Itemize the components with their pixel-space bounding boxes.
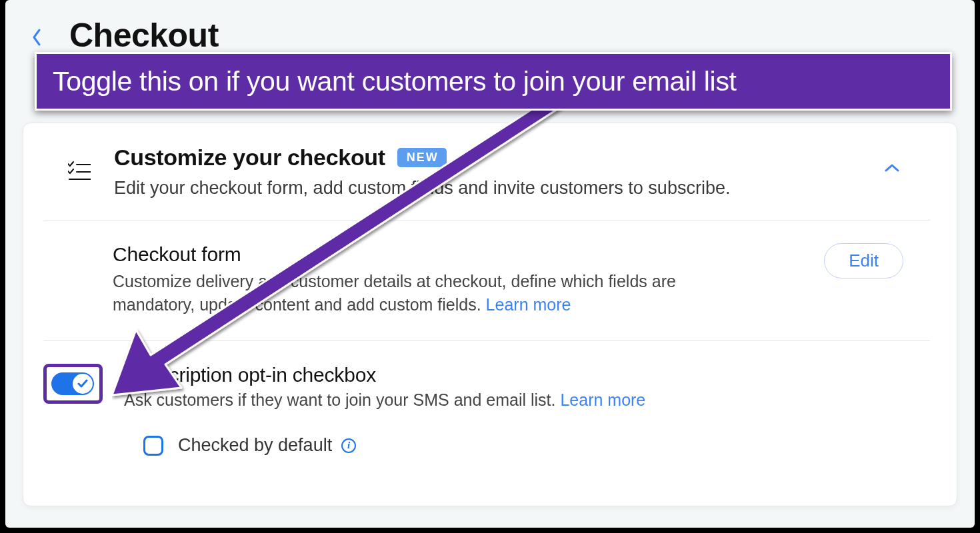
checkout-form-title: Checkout form xyxy=(113,243,824,266)
subscription-desc-text: Ask customers if they want to join your … xyxy=(124,390,560,409)
checkout-form-desc: Customize delivery and customer details … xyxy=(113,270,686,316)
subscription-optin-toggle[interactable] xyxy=(51,372,94,395)
checkout-form-section: Checkout form Customize delivery and cus… xyxy=(43,221,930,341)
subscription-title: Subscription opt-in checkbox xyxy=(124,364,903,386)
toggle-highlight-box xyxy=(43,364,103,404)
edit-checkout-form-button[interactable]: Edit xyxy=(824,243,903,278)
back-button[interactable] xyxy=(28,23,45,52)
toggle-knob xyxy=(73,374,93,394)
subscription-section: Subscription opt-in checkbox Ask custome… xyxy=(43,341,930,415)
checked-by-default-label: Checked by default xyxy=(178,435,332,456)
subscription-desc: Ask customers if they want to join your … xyxy=(124,390,903,410)
checkout-form-desc-text: Customize delivery and customer details … xyxy=(113,272,676,314)
customize-title: Customize your checkout xyxy=(114,145,385,171)
subscription-learn-more-link[interactable]: Learn more xyxy=(560,390,645,409)
collapse-button[interactable] xyxy=(885,163,903,182)
instruction-banner-text: Toggle this on if you want customers to … xyxy=(53,66,737,97)
instruction-banner: Toggle this on if you want customers to … xyxy=(35,52,952,111)
checked-by-default-row: Checked by default i xyxy=(23,415,957,456)
checked-by-default-info-button[interactable]: i xyxy=(341,438,356,453)
info-icon: i xyxy=(347,440,350,451)
customize-subtitle: Edit your checkout form, add custom fiel… xyxy=(114,176,885,200)
checklist-icon xyxy=(67,159,91,183)
checked-by-default-checkbox[interactable] xyxy=(143,436,163,456)
chevron-up-icon xyxy=(885,163,899,173)
new-badge: NEW xyxy=(397,148,447,167)
checkout-form-learn-more-link[interactable]: Learn more xyxy=(486,295,571,314)
chevron-left-icon xyxy=(31,28,42,47)
check-icon xyxy=(77,378,88,389)
customize-section-header[interactable]: Customize your checkout NEW Edit your ch… xyxy=(43,143,930,221)
checkout-settings-panel: Customize your checkout NEW Edit your ch… xyxy=(23,123,957,506)
page-title: Checkout xyxy=(69,16,219,55)
